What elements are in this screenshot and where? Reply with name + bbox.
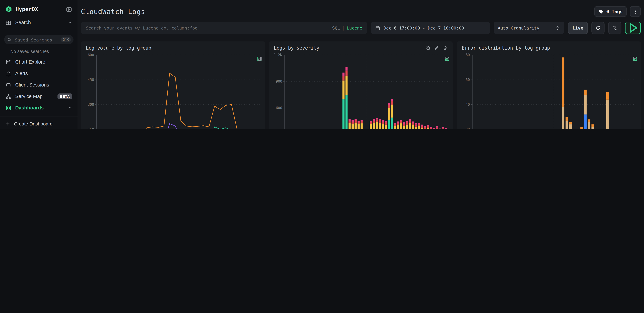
bar-view-toggle-icon[interactable] <box>444 56 450 62</box>
hyperdx-app: HyperDX Search Saved Searches ⌘K No save… <box>0 0 644 129</box>
dashboard-menu-button[interactable] <box>630 6 640 17</box>
tags-button[interactable]: 0 Tags <box>594 6 626 17</box>
select-arrows-icon <box>555 25 560 31</box>
chart-panel-logs-by-severity: Logs by severity 1.2K9006003000Dec 6 5:0… <box>269 41 453 129</box>
filter-button[interactable] <box>608 22 621 34</box>
refresh-button[interactable] <box>592 22 605 34</box>
svg-text:1.2K: 1.2K <box>274 53 282 57</box>
table-icon <box>6 19 12 25</box>
chart-panel-error-distribution: Error distribution by log group 80604020… <box>457 41 640 129</box>
saved-searches-input[interactable]: Saved Searches ⌘K <box>4 35 74 44</box>
chart-explorer-icon <box>6 59 12 65</box>
duplicate-icon[interactable] <box>426 45 430 50</box>
sidebar-item-label: Service Map <box>15 93 42 99</box>
sidebar-item-dashboards[interactable]: Dashboards <box>0 102 78 114</box>
shortcut-badge: ⌘K <box>61 37 70 42</box>
search-icon <box>7 37 12 42</box>
panel-actions <box>426 45 448 50</box>
create-dashboard-label: Create Dashboard <box>14 121 52 126</box>
tag-icon <box>598 9 604 14</box>
search-placeholder: Search your events w/ Lucene ex. column:… <box>86 25 329 30</box>
svg-text:450: 450 <box>88 78 94 82</box>
chart-area: 806040200Dec 6 5:00:00 PM3:30:00 AM5:30:… <box>460 52 638 129</box>
chevron-up-icon <box>68 20 72 25</box>
chevron-up-icon <box>68 105 72 110</box>
bar-view-toggle-icon[interactable] <box>256 56 262 62</box>
line-chart: 6004503001500Dec 6 5:00:00 PM3:30:00 AM5… <box>84 52 262 129</box>
sidebar-item-service-map[interactable]: Service Map BETA <box>0 91 78 102</box>
laptop-icon <box>6 82 12 88</box>
chart-area: 6004503001500Dec 6 5:00:00 PM3:30:00 AM5… <box>84 52 261 129</box>
sidebar-item-client-sessions[interactable]: Client Sessions <box>0 79 78 91</box>
svg-text:600: 600 <box>88 53 94 57</box>
run-query-button[interactable] <box>625 22 640 34</box>
kebab-menu-icon <box>633 9 638 14</box>
page-title: CloudWatch Logs <box>81 7 145 15</box>
sidebar-item-label: Dashboards <box>15 105 44 111</box>
granularity-select[interactable]: Auto Granularity <box>494 22 564 34</box>
toggle-divider: | <box>342 25 344 30</box>
create-dashboard-button[interactable]: Create Dashboard <box>0 119 78 129</box>
beta-badge: BETA <box>58 93 72 99</box>
stacked-bar-chart: 806040200Dec 6 5:00:00 PM3:30:00 AM5:30:… <box>460 52 638 129</box>
hyperdx-logo-icon <box>6 6 12 13</box>
chart-area: 1.2K9006003000Dec 6 5:00:00 PM3:30:00 AM… <box>272 52 450 129</box>
refresh-icon <box>595 25 601 31</box>
logo-row: HyperDX <box>0 0 78 17</box>
no-saved-searches-text: No saved searches <box>0 45 78 56</box>
stacked-bar-chart: 1.2K9006003000Dec 6 5:00:00 PM3:30:00 AM… <box>272 52 450 129</box>
svg-text:300: 300 <box>88 103 94 107</box>
sidebar-item-alerts[interactable]: Alerts <box>0 68 78 79</box>
collapse-sidebar-icon[interactable] <box>66 6 72 12</box>
svg-text:900: 900 <box>276 79 282 83</box>
svg-text:20: 20 <box>466 127 470 129</box>
bar-view-toggle-icon[interactable] <box>632 56 638 62</box>
date-range-value: Dec 6 17:00:00 - Dec 7 18:00:00 <box>384 25 464 30</box>
chart-title: Log volume by log group <box>86 45 151 51</box>
charts-row: Log volume by log group 6004503001500Dec… <box>81 41 641 129</box>
svg-text:600: 600 <box>276 106 282 110</box>
event-search-input[interactable]: Search your events w/ Lucene ex. column:… <box>81 22 367 34</box>
delete-icon[interactable] <box>443 45 448 50</box>
tags-count-label: 0 Tags <box>606 9 623 14</box>
lucene-toggle[interactable]: Lucene <box>347 25 362 30</box>
chart-title: Logs by severity <box>274 45 319 51</box>
svg-text:80: 80 <box>466 53 470 57</box>
edit-icon[interactable] <box>434 45 439 50</box>
calendar-icon <box>375 25 380 31</box>
sidebar-search-label: Search <box>15 20 31 25</box>
sidebar-item-label: Alerts <box>15 70 28 76</box>
bell-icon <box>6 70 12 76</box>
main-content: CloudWatch Logs 0 Tags Search your event… <box>78 0 644 129</box>
divider <box>0 31 78 31</box>
sidebar-item-search[interactable]: Search <box>0 17 78 28</box>
svg-text:150: 150 <box>88 127 94 129</box>
header: CloudWatch Logs 0 Tags <box>81 5 641 18</box>
date-range-picker[interactable]: Dec 6 17:00:00 - Dec 7 18:00:00 <box>371 22 490 34</box>
granularity-value: Auto Granularity <box>498 25 539 30</box>
svg-text:60: 60 <box>466 78 470 82</box>
dashboards-icon <box>6 105 12 111</box>
saved-searches-placeholder: Saved Searches <box>15 37 58 42</box>
sql-toggle[interactable]: SQL <box>332 25 340 30</box>
plus-icon <box>6 121 10 126</box>
svg-text:40: 40 <box>466 103 470 107</box>
sidebar: HyperDX Search Saved Searches ⌘K No save… <box>0 0 78 129</box>
sidebar-item-label: Chart Explorer <box>15 59 47 65</box>
service-map-icon <box>6 93 12 99</box>
filter-edit-icon <box>612 25 618 31</box>
divider <box>0 116 78 116</box>
filter-bar: Search your events w/ Lucene ex. column:… <box>81 22 641 34</box>
query-language-toggle: SQL|Lucene <box>332 25 362 30</box>
brand-name: HyperDX <box>16 6 62 12</box>
play-icon <box>626 20 640 35</box>
chart-panel-log-volume: Log volume by log group 6004503001500Dec… <box>81 41 265 129</box>
sidebar-item-chart-explorer[interactable]: Chart Explorer <box>0 56 78 68</box>
live-button[interactable]: Live <box>568 22 588 34</box>
sidebar-item-label: Client Sessions <box>15 82 49 88</box>
chart-title: Error distribution by log group <box>462 45 550 51</box>
